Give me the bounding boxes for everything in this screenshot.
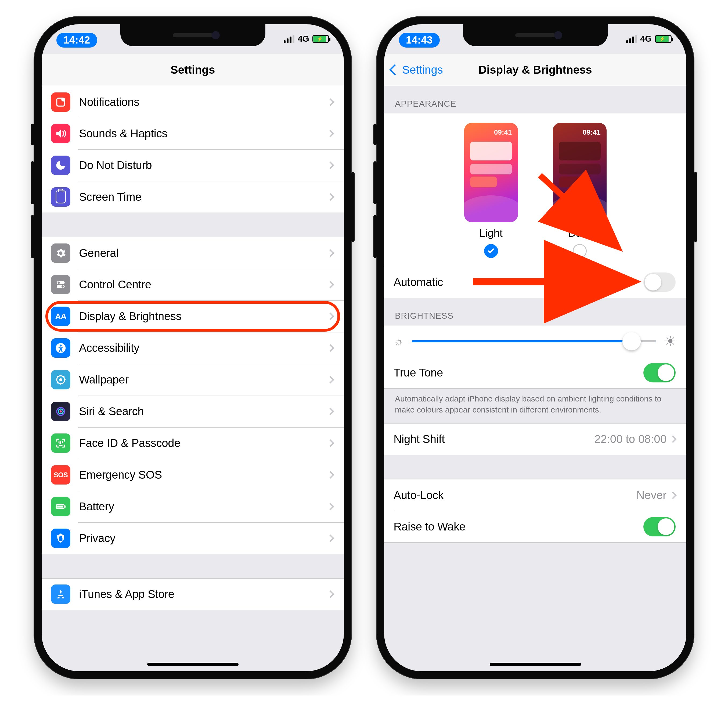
siri-icon	[51, 402, 70, 421]
truetone-footer: Automatically adapt iPhone display based…	[384, 389, 686, 423]
faceid-icon	[51, 434, 70, 453]
chevron-right-icon	[326, 281, 334, 288]
home-indicator[interactable]	[490, 663, 581, 666]
status-time: 14:42	[56, 33, 97, 48]
auto-lock-row[interactable]: Auto-Lock Never	[384, 479, 686, 511]
notch	[120, 24, 266, 46]
settings-row-accessibility[interactable]: Accessibility	[42, 332, 344, 364]
chevron-left-icon	[389, 64, 400, 75]
settings-row-privacy[interactable]: Privacy	[42, 522, 344, 554]
brightness-slider-row: ☼ ☀	[384, 325, 686, 357]
sun-bright-icon: ☀	[664, 333, 677, 349]
dark-radio-unchecked[interactable]	[573, 244, 587, 258]
privacy-icon	[51, 529, 70, 548]
settings-row-battery[interactable]: Battery	[42, 491, 344, 522]
home-indicator[interactable]	[147, 663, 238, 666]
general-icon	[51, 243, 70, 263]
chevron-right-icon	[326, 193, 334, 201]
appearance-dark-option[interactable]: 09:41 Dark	[553, 123, 607, 258]
brightness-header: BRIGHTNESS	[384, 298, 686, 325]
light-label: Light	[479, 227, 503, 239]
screen-left: 14:42 4G ⚡ Settings NotificationsSounds …	[42, 24, 344, 671]
settings-row-wallpaper[interactable]: Wallpaper	[42, 364, 344, 396]
night-shift-row[interactable]: Night Shift 22:00 to 08:00	[384, 423, 686, 455]
svg-point-7	[60, 344, 62, 346]
row-label: Sounds & Haptics	[79, 127, 328, 140]
settings-row-control-centre[interactable]: Control Centre	[42, 269, 344, 301]
screenshot-pair: 14:42 4G ⚡ Settings NotificationsSounds …	[13, 16, 715, 679]
truetone-row: True Tone	[384, 357, 686, 389]
battery-icon: ⚡	[312, 35, 329, 43]
settings-row-siri[interactable]: Siri & Search	[42, 396, 344, 427]
svg-point-9	[59, 378, 62, 381]
automatic-toggle[interactable]	[643, 272, 676, 292]
slider-knob[interactable]	[623, 332, 641, 350]
brightness-slider[interactable]	[412, 340, 656, 342]
back-button[interactable]: Settings	[391, 64, 443, 76]
settings-row-appstore[interactable]: iTunes & App Store	[42, 578, 344, 610]
dark-label: Dark	[568, 227, 591, 239]
preview-time: 09:41	[583, 128, 601, 136]
settings-list[interactable]: NotificationsSounds & HapticsDo Not Dist…	[42, 86, 344, 671]
row-label: Face ID & Passcode	[79, 437, 328, 450]
raise-to-wake-toggle[interactable]	[643, 517, 676, 537]
settings-row-general[interactable]: General	[42, 237, 344, 269]
chevron-right-icon	[326, 471, 334, 479]
nav-title: Display & Brightness	[478, 64, 592, 76]
screen-right: 14:43 4G ⚡ Settings Display & Brightness…	[384, 24, 686, 671]
chevron-right-icon	[326, 98, 334, 106]
notif-icon	[51, 93, 70, 112]
row-label: Notifications	[79, 95, 328, 108]
svg-point-20	[60, 410, 62, 412]
svg-rect-24	[65, 505, 66, 507]
nav-bar: Settings Display & Brightness	[384, 54, 686, 86]
nav-title: Settings	[170, 64, 215, 76]
settings-row-display[interactable]: AADisplay & Brightness	[42, 301, 344, 332]
back-label: Settings	[402, 64, 443, 76]
auto-lock-value: Never	[636, 489, 666, 502]
screentime-icon	[51, 187, 70, 207]
settings-row-notifications[interactable]: Notifications	[42, 86, 344, 118]
nav-bar: Settings	[42, 54, 344, 86]
truetone-label: True Tone	[394, 366, 643, 379]
chevron-right-icon	[326, 249, 334, 257]
appearance-header: APPEARANCE	[384, 86, 686, 113]
settings-row-sounds[interactable]: Sounds & Haptics	[42, 118, 344, 149]
chevron-right-icon	[326, 408, 334, 415]
sun-dim-icon: ☼	[394, 335, 404, 347]
notch	[463, 24, 608, 46]
display-settings[interactable]: APPEARANCE 09:41 Light	[384, 86, 686, 671]
chevron-right-icon	[326, 503, 334, 510]
row-label: General	[79, 247, 328, 260]
row-label: Control Centre	[79, 278, 328, 291]
settings-row-screen-time[interactable]: Screen Time	[42, 181, 344, 213]
appstore-icon	[51, 584, 70, 604]
network-type: 4G	[298, 34, 309, 44]
auto-lock-label: Auto-Lock	[394, 489, 636, 502]
light-radio-checked[interactable]	[484, 244, 498, 258]
wall-icon	[51, 370, 70, 389]
dnd-icon	[51, 156, 70, 175]
row-label: Siri & Search	[79, 405, 328, 418]
cc-icon	[51, 275, 70, 294]
settings-row-dnd[interactable]: Do Not Disturb	[42, 149, 344, 181]
settings-row-sos[interactable]: SOSEmergency SOS	[42, 459, 344, 491]
truetone-toggle[interactable]	[643, 363, 676, 382]
automatic-row: Automatic	[384, 266, 686, 298]
group-separator	[42, 554, 344, 578]
status-time: 14:43	[399, 33, 440, 48]
battery-icon	[51, 497, 70, 516]
chevron-right-icon	[326, 344, 334, 352]
appearance-light-option[interactable]: 09:41 Light	[464, 123, 518, 258]
signal-icon	[284, 35, 295, 43]
status-right: 4G ⚡	[626, 33, 672, 44]
row-label: Battery	[79, 500, 328, 513]
light-preview-thumb: 09:41	[464, 123, 518, 222]
chevron-right-icon	[669, 435, 677, 443]
night-shift-label: Night Shift	[394, 433, 594, 446]
row-label: Accessibility	[79, 341, 328, 354]
settings-row-faceid[interactable]: Face ID & Passcode	[42, 427, 344, 459]
svg-rect-25	[57, 505, 63, 507]
svg-point-3	[58, 281, 60, 284]
dark-preview-thumb: 09:41	[553, 123, 607, 222]
